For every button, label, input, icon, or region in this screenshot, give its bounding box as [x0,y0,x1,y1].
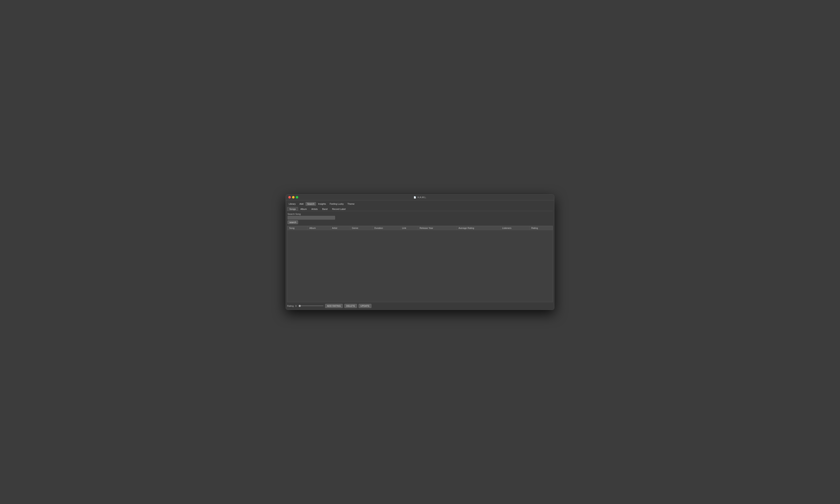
subtab-artists[interactable]: Artists [309,207,320,211]
window-title: H.A.M.L. [414,196,426,198]
col-listeners: Listeners [501,226,529,230]
menu-item-insights[interactable]: Insights [316,202,328,206]
subtab-band[interactable]: Band [320,207,330,211]
main-window: H.A.M.L. Library Add Search Insights Fee… [286,194,554,310]
subtab-record-label[interactable]: Record Label [330,207,348,211]
table-container[interactable]: Song Album Artist Genre Duration Link Re… [287,226,553,302]
update-button[interactable]: UPDATE [358,304,371,308]
col-song: Song [287,226,308,230]
delete-button[interactable]: DELETE [344,304,357,308]
menu-bar: Library Add Search Insights Feeling Luck… [287,202,553,206]
col-link: Link [400,226,418,230]
songs-table: Song Album Artist Genre Duration Link Re… [287,226,553,230]
titlebar: H.A.M.L. [286,195,554,200]
traffic-lights [288,196,298,198]
search-input[interactable] [287,216,335,220]
col-rating: Rating [529,226,553,230]
minimize-button[interactable] [292,196,295,198]
menu-item-feeling-lucky[interactable]: Feeling Lucky [328,202,345,206]
add-rating-button[interactable]: ADD RATING [325,304,343,308]
col-artist: Artist [330,226,350,230]
menu-item-add[interactable]: Add [298,202,305,206]
menu-item-search[interactable]: Search [305,202,316,206]
col-genre: Genre [350,226,373,230]
maximize-button[interactable] [296,196,298,198]
bottom-bar: Rating 0 ADD RATING DELETE UPDATE [287,303,553,308]
doc-icon [414,196,417,198]
col-release-year: Release Year [418,226,457,230]
rating-label: Rating [287,305,294,307]
search-section: Search Song search [287,212,553,225]
rating-slider[interactable] [299,304,323,307]
search-button[interactable]: search [287,220,298,224]
table-header-row: Song Album Artist Genre Duration Link Re… [287,226,553,230]
menu-item-theme[interactable]: Theme [346,202,356,206]
sub-tabs: Songs Album Artists Band Record Label [287,207,553,211]
menu-item-library[interactable]: Library [287,202,297,206]
col-album: Album [308,226,330,230]
col-average-rating: Average Rating [457,226,501,230]
table-header: Song Album Artist Genre Duration Link Re… [287,226,553,230]
search-song-label: Search Song [287,213,553,215]
subtab-songs[interactable]: Songs [287,207,298,211]
window-content: Library Add Search Insights Feeling Luck… [286,200,554,310]
close-button[interactable] [288,196,291,198]
subtab-album[interactable]: Album [298,207,309,211]
col-duration: Duration [373,226,400,230]
rating-value: 0 [295,305,297,307]
